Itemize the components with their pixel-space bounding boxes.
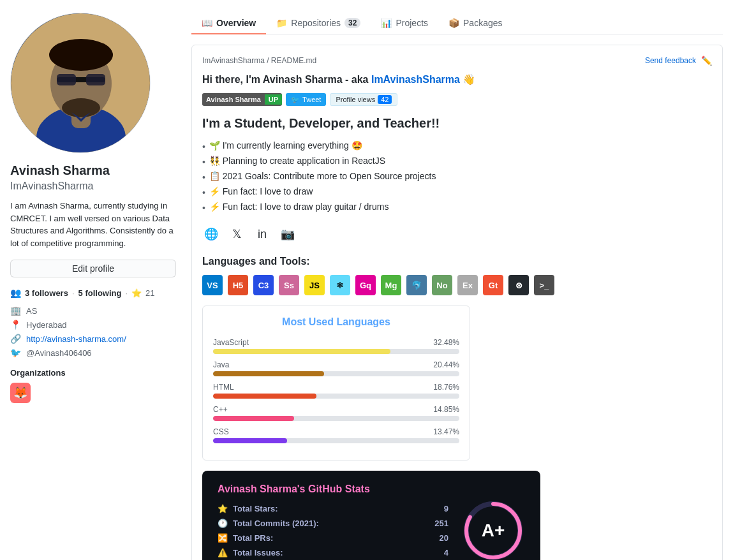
svg-rect-7 bbox=[57, 74, 76, 85]
student-heading: I'm a Student, Developer, and Teacher!! bbox=[202, 116, 712, 131]
followers-link[interactable]: 3 followers bbox=[25, 288, 68, 298]
tab-repositories[interactable]: 📁 Repositories 32 bbox=[266, 13, 371, 34]
organizations-title: Organizations bbox=[10, 368, 176, 378]
svg-point-5 bbox=[49, 39, 113, 71]
avinash-badge: Avinash SharmaUP bbox=[202, 93, 282, 106]
star-icon: ⭐ bbox=[131, 288, 142, 298]
list-item: •📋 2021 Goals: Contribute more to Open S… bbox=[202, 169, 712, 184]
org-avatar[interactable]: 🦊 bbox=[10, 383, 31, 403]
profile-views-badge: Profile views 42 bbox=[330, 93, 397, 106]
javascript-bar bbox=[213, 349, 390, 354]
prs-icon: 🔀 bbox=[218, 533, 228, 543]
css-bar bbox=[213, 438, 287, 443]
nodejs-icon[interactable]: No bbox=[432, 275, 452, 295]
mysql-icon[interactable]: 🐬 bbox=[406, 275, 427, 295]
cpp-bar bbox=[213, 416, 294, 421]
readme-path: ImAvinashSharma / README.md bbox=[202, 56, 316, 65]
social-icons: 🌐 𝕏 in 📷 bbox=[202, 225, 712, 243]
send-feedback-link[interactable]: Send feedback bbox=[645, 56, 696, 65]
stats-row-stars: ⭐ Total Stars: 9 bbox=[218, 504, 448, 513]
javascript-icon[interactable]: JS bbox=[304, 275, 325, 295]
github-icon[interactable]: ⊛ bbox=[508, 275, 529, 295]
link-icon: 🔗 bbox=[10, 334, 21, 344]
readme-actions: Send feedback ✏️ bbox=[645, 55, 712, 66]
list-item: •⚡ Fun fact: I love to draw bbox=[202, 184, 712, 200]
stats-row-issues: ⚠️ Total Issues: 4 bbox=[218, 548, 448, 557]
list-item: •⚡ Fun fact: I love to draw play guitar … bbox=[202, 200, 712, 215]
lang-chart-card: Most Used Languages JavaScript 32.48% Ja… bbox=[202, 306, 470, 461]
lang-tools-title: Languages and Tools: bbox=[202, 256, 712, 267]
edit-profile-button[interactable]: Edit profile bbox=[10, 260, 176, 277]
tab-packages[interactable]: 📦 Packages bbox=[438, 13, 512, 34]
lang-bar-javascript: JavaScript 32.48% bbox=[213, 338, 459, 354]
twitter-sidebar-icon: 🐦 bbox=[10, 348, 21, 358]
html-bar bbox=[213, 394, 316, 399]
tweet-badge[interactable]: 🐦 Tweet bbox=[286, 93, 326, 106]
building-icon: 🏢 bbox=[10, 306, 21, 316]
list-item: •🌱 I'm currently learning everything 🤩 bbox=[202, 138, 712, 154]
edit-pencil-icon[interactable]: ✏️ bbox=[701, 55, 712, 66]
css3-icon[interactable]: C3 bbox=[253, 275, 274, 295]
meta-location: 📍 Hyderabad bbox=[10, 320, 176, 330]
user-bio: I am Avinash Sharma, currently studying … bbox=[10, 200, 176, 249]
react-icon[interactable]: ⚛ bbox=[330, 275, 350, 295]
follow-stats: 👥 3 followers · 5 following · ⭐ 21 bbox=[10, 288, 176, 298]
location-icon: 📍 bbox=[10, 320, 21, 330]
linkedin-icon[interactable]: in bbox=[253, 225, 271, 243]
avatar-photo bbox=[11, 13, 150, 152]
svg-point-9 bbox=[62, 98, 100, 117]
avatar: 🏠 bbox=[10, 13, 151, 153]
terminal-icon[interactable]: >_ bbox=[534, 275, 554, 295]
tabs-nav: 📖 Overview 📁 Repositories 32 📊 Projects … bbox=[191, 13, 723, 34]
express-icon[interactable]: Ex bbox=[457, 275, 478, 295]
tab-overview[interactable]: 📖 Overview bbox=[191, 13, 266, 34]
sidebar: 🏠 Avinash Sharma ImAvinashSharma I am Av… bbox=[10, 13, 176, 560]
graphql-icon[interactable]: Gq bbox=[355, 275, 376, 295]
mongodb-icon[interactable]: Mg bbox=[381, 275, 401, 295]
lang-chart-title: Most Used Languages bbox=[213, 316, 459, 328]
book-icon: 📖 bbox=[202, 18, 212, 28]
grade-value: A+ bbox=[482, 520, 505, 541]
stats-left: Avinash Sharma's GitHub Stats ⭐ Total St… bbox=[218, 483, 448, 560]
lang-bar-css: CSS 13.47% bbox=[213, 427, 459, 443]
meta-org: 🏢 AS bbox=[10, 306, 176, 316]
website-link[interactable]: http://avinash-sharma.com/ bbox=[26, 334, 126, 344]
html5-icon[interactable]: H5 bbox=[228, 275, 248, 295]
readme-greeting: Hi there, I'm Avinash Sharma - aka ImAvi… bbox=[202, 73, 712, 85]
twitter-bird-icon: 🐦 bbox=[291, 96, 300, 104]
meta-website: 🔗 http://avinash-sharma.com/ bbox=[10, 334, 176, 344]
tab-projects[interactable]: 📊 Projects bbox=[371, 13, 438, 34]
meta-list: 🏢 AS 📍 Hyderabad 🔗 http://avinash-sharma… bbox=[10, 306, 176, 358]
github-stats-card: Avinash Sharma's GitHub Stats ⭐ Total St… bbox=[202, 471, 540, 560]
lang-bar-html: HTML 18.76% bbox=[213, 383, 459, 399]
svg-rect-8 bbox=[86, 74, 105, 85]
package-icon: 📦 bbox=[448, 18, 459, 28]
twitter-icon[interactable]: 𝕏 bbox=[228, 225, 246, 243]
instagram-icon[interactable]: 📷 bbox=[279, 225, 297, 243]
globe-icon[interactable]: 🌐 bbox=[202, 225, 220, 243]
list-item: •👯 Planning to create application in Rea… bbox=[202, 154, 712, 169]
stats-row-prs: 🔀 Total PRs: 20 bbox=[218, 533, 448, 543]
lang-bar-java: Java 20.44% bbox=[213, 360, 459, 376]
readme-card: ImAvinashSharma / README.md Send feedbac… bbox=[191, 45, 723, 560]
user-login: ImAvinashSharma bbox=[10, 181, 176, 192]
people-icon: 👥 bbox=[10, 288, 21, 298]
git-icon[interactable]: Gt bbox=[483, 275, 503, 295]
stars-icon: ⭐ bbox=[218, 504, 228, 513]
tools-icons: VS H5 C3 Ss JS ⚛ Gq Mg 🐬 No Ex Gt ⊛ >_ bbox=[202, 275, 712, 295]
meta-twitter: 🐦 @Avinash406406 bbox=[10, 348, 176, 358]
commits-icon: 🕐 bbox=[218, 519, 228, 528]
issues-icon: ⚠️ bbox=[218, 548, 228, 557]
user-name: Avinash Sharma bbox=[10, 163, 176, 178]
java-bar bbox=[213, 371, 324, 376]
stats-row-commits: 🕐 Total Commits (2021): 251 bbox=[218, 519, 448, 528]
repo-icon: 📁 bbox=[276, 18, 287, 28]
avatar-badge: 🏠 bbox=[130, 132, 147, 150]
lang-bar-cpp: C++ 14.85% bbox=[213, 405, 459, 421]
username-link[interactable]: ImAvinashSharma bbox=[371, 74, 460, 85]
vscode-icon[interactable]: VS bbox=[202, 275, 223, 295]
following-link[interactable]: 5 following bbox=[78, 288, 122, 298]
readme-header: ImAvinashSharma / README.md Send feedbac… bbox=[202, 55, 712, 66]
grade-circle: A+ bbox=[461, 499, 525, 561]
sass-icon[interactable]: Ss bbox=[279, 275, 299, 295]
